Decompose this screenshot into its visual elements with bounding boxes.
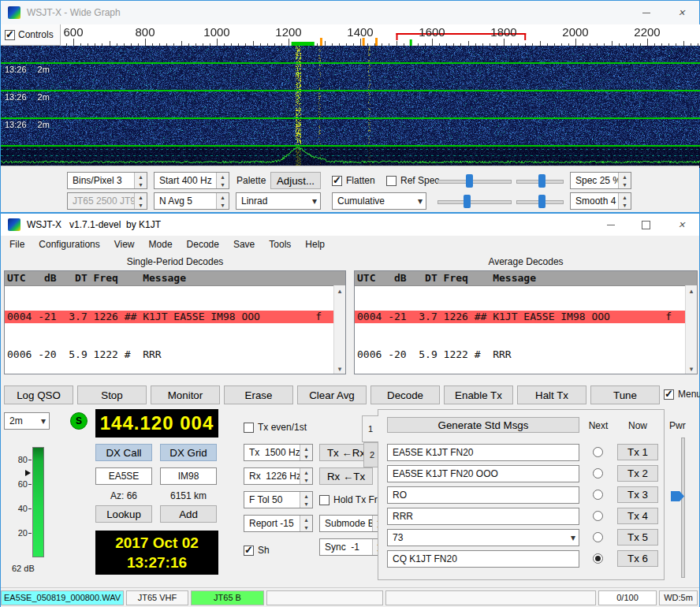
scroll-down-icon[interactable] <box>686 363 697 374</box>
next-radio-3[interactable] <box>593 490 603 500</box>
sh-toggle[interactable]: Sh <box>244 545 270 556</box>
controls-toggle[interactable]: Controls <box>1 24 61 46</box>
minimize-button[interactable] <box>628 1 664 24</box>
tune-button[interactable]: Tune <box>590 385 660 404</box>
tx4-button[interactable]: Tx 4 <box>617 508 658 524</box>
dx-call-field[interactable]: EA5SE <box>95 467 152 485</box>
tx1-button[interactable]: Tx 1 <box>617 444 658 460</box>
erase-button[interactable]: Erase <box>224 385 293 404</box>
decode-text-area[interactable]: 0004 -21 3.7 1226 ## K1JT EA5SE IM98 OOO… <box>5 285 334 374</box>
spin-up-icon[interactable] <box>217 173 229 181</box>
menu-file[interactable]: File <box>2 236 32 252</box>
generate-std-msgs-button[interactable]: Generate Std Msgs <box>387 417 579 433</box>
report-spinner[interactable]: Report -15 <box>244 515 313 532</box>
spin-down-icon[interactable] <box>300 500 312 508</box>
tx-even-checkbox[interactable] <box>244 423 254 433</box>
spin-up-icon[interactable] <box>619 173 631 181</box>
decode-row[interactable]: 0004 -21 3.7 1226 ## K1JT EA5SE IM98 OOO… <box>355 311 686 323</box>
decode-button[interactable]: Decode <box>370 385 440 404</box>
waterfall-zero-slider[interactable] <box>516 173 564 188</box>
flatten-checkbox[interactable] <box>332 176 342 186</box>
bins-per-pixel-spinner[interactable]: Bins/Pixel 3 <box>67 172 147 189</box>
hold-tx-freq-checkbox[interactable] <box>319 495 330 505</box>
rx-freq-spinner[interactable]: Rx 1226 Hz <box>244 467 313 485</box>
waterfall-gain-slider[interactable] <box>438 173 512 188</box>
menu-mode[interactable]: Mode <box>142 236 180 252</box>
tx-freq-spinner[interactable]: Tx 1500 Hz <box>244 444 313 461</box>
palette-select[interactable]: Linrad <box>236 192 321 210</box>
menu-save[interactable]: Save <box>226 236 262 252</box>
adjust-button[interactable]: Adjust... <box>270 172 321 189</box>
pwr-slider[interactable] <box>679 438 685 578</box>
clear-avg-button[interactable]: Clear Avg <box>297 385 367 404</box>
spin-up-icon[interactable] <box>300 516 312 523</box>
spectrum-gain-slider[interactable] <box>438 194 512 208</box>
spectrum-zero-slider[interactable] <box>516 194 564 208</box>
spectrum-mode-select[interactable]: Cumulative <box>332 192 426 210</box>
tx2-button[interactable]: Tx 2 <box>617 465 658 482</box>
minimize-button[interactable] <box>593 214 628 236</box>
ref-spec-toggle[interactable]: Ref Spec <box>386 175 439 186</box>
smooth-spinner[interactable]: Smooth 4 <box>570 192 631 210</box>
tx-message-5-select[interactable]: 73 <box>387 529 579 546</box>
menu-help[interactable]: Help <box>298 236 332 252</box>
waterfall[interactable]: 13:262m 13:262m 13:262m <box>1 46 699 168</box>
spin-down-icon[interactable] <box>135 181 147 188</box>
decode-row[interactable]: 0004 -21 3.7 1226 ## K1JT EA5SE IM98 OOO… <box>5 311 334 323</box>
spin-down-icon[interactable] <box>300 476 312 484</box>
decode-text-area[interactable]: 0004 -21 3.7 1226 ## K1JT EA5SE IM98 OOO… <box>355 285 686 374</box>
next-radio-6[interactable] <box>593 553 603 564</box>
n-avg-spinner[interactable]: N Avg 5 <box>154 192 229 210</box>
ref-spec-checkbox[interactable] <box>386 176 397 186</box>
close-button[interactable] <box>664 214 699 236</box>
tx-even-toggle[interactable]: Tx even/1st <box>244 422 307 433</box>
log-qso-button[interactable]: Log QSO <box>4 385 73 404</box>
menu-decode[interactable]: Decode <box>180 236 226 252</box>
decode-row[interactable]: 0006 -20 5.9 1222 # RRR <box>5 348 334 361</box>
tx3-button[interactable]: Tx 3 <box>617 486 658 503</box>
band-select[interactable]: 2m <box>4 412 50 430</box>
stop-button[interactable]: Stop <box>77 385 147 404</box>
decode-row[interactable]: 0006 -20 5.9 1222 # RRR <box>355 348 686 361</box>
tx-message-6-field[interactable]: CQ K1JT FN20 <box>387 550 579 568</box>
spin-up-icon[interactable] <box>135 173 147 181</box>
scrollbar[interactable] <box>685 285 697 374</box>
tx6-button[interactable]: Tx 6 <box>617 550 658 567</box>
tab-1[interactable]: 1 <box>362 415 378 442</box>
menu-configurations[interactable]: Configurations <box>32 236 106 252</box>
rx-from-tx-button[interactable]: Rx ←Tx <box>319 467 373 485</box>
spin-down-icon[interactable] <box>619 201 631 209</box>
status-indicator[interactable]: S <box>70 412 88 430</box>
slider-thumb[interactable] <box>464 195 471 208</box>
tx-message-4-field[interactable]: RRR <box>387 508 579 525</box>
scroll-up-icon[interactable] <box>686 285 697 296</box>
scroll-down-icon[interactable] <box>334 363 345 374</box>
scroll-up-icon[interactable] <box>334 285 345 296</box>
next-radio-5[interactable] <box>593 532 603 542</box>
dx-grid-button[interactable]: DX Grid <box>160 444 217 461</box>
spec-percent-spinner[interactable]: Spec 25 % <box>570 172 631 189</box>
halt-tx-button[interactable]: Halt Tx <box>517 385 586 404</box>
spin-down-icon[interactable] <box>300 452 312 460</box>
spin-down-icon[interactable] <box>619 181 631 188</box>
f-tol-spinner[interactable]: F Tol 50 <box>244 491 313 508</box>
start-freq-spinner[interactable]: Start 400 Hz <box>154 172 229 189</box>
slider-thumb[interactable] <box>466 174 473 188</box>
spin-up-icon[interactable] <box>300 445 312 452</box>
tx5-button[interactable]: Tx 5 <box>617 529 658 546</box>
lookup-button[interactable]: Lookup <box>95 505 152 523</box>
enable-tx-button[interactable]: Enable Tx <box>444 385 513 404</box>
tx-message-2-field[interactable]: EA5SE K1JT FN20 OOO <box>387 465 579 482</box>
spin-up-icon[interactable] <box>217 193 229 201</box>
menu-view[interactable]: View <box>107 236 142 252</box>
spin-down-icon[interactable] <box>300 523 312 531</box>
spin-down-icon[interactable] <box>217 201 229 209</box>
maximize-button[interactable] <box>628 214 664 236</box>
waterfall-canvas[interactable] <box>1 46 700 168</box>
monitor-button[interactable]: Monitor <box>151 385 220 404</box>
flatten-toggle[interactable]: Flatten <box>332 175 375 186</box>
menu-tools[interactable]: Tools <box>262 236 298 252</box>
tx-message-1-field[interactable]: EA5SE K1JT FN20 <box>387 444 579 461</box>
close-button[interactable] <box>664 1 699 24</box>
sync-spinner[interactable]: Sync -1 <box>319 538 385 556</box>
